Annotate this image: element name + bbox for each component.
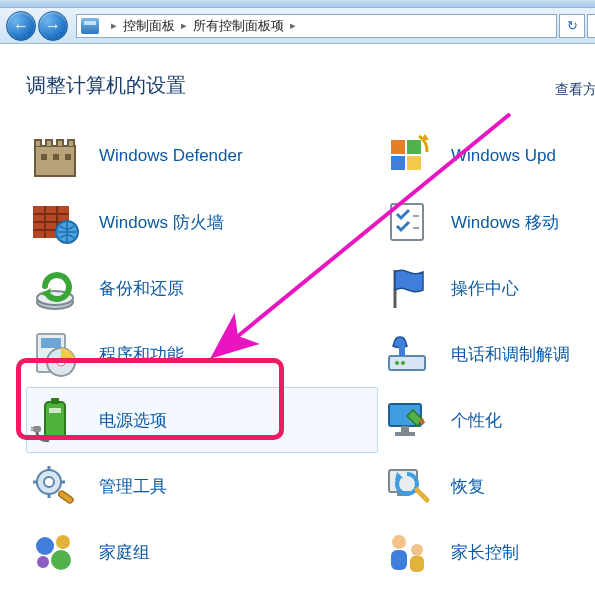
svg-rect-56 [410, 556, 424, 572]
item-windows-mobility[interactable]: Windows 移动 [378, 189, 578, 255]
svg-rect-37 [391, 156, 405, 170]
refresh-button[interactable]: ↻ [559, 14, 585, 38]
svg-point-55 [411, 544, 423, 556]
svg-rect-15 [41, 338, 61, 348]
svg-rect-0 [35, 146, 75, 176]
svg-rect-38 [407, 156, 421, 170]
page-title: 调整计算机的设置 [26, 72, 186, 99]
address-bar: ← → ▸ 控制面板 ▸ 所有控制面板项 ▸ ↻ [0, 8, 595, 44]
item-windows-update[interactable]: Windows Upd [378, 123, 578, 189]
svg-point-32 [56, 535, 70, 549]
breadcrumb-current[interactable]: 所有控制面板项 [193, 17, 284, 35]
item-label: 操作中心 [451, 277, 519, 300]
windows-update-icon [381, 130, 433, 182]
forward-button[interactable]: → [38, 11, 68, 41]
svg-rect-21 [33, 426, 41, 432]
cd-box-icon [29, 328, 81, 380]
item-recovery[interactable]: 恢复 [378, 453, 578, 519]
recovery-icon [381, 460, 433, 512]
svg-point-33 [51, 550, 71, 570]
flag-icon [381, 262, 433, 314]
item-backup-restore[interactable]: 备份和还原 [26, 255, 378, 321]
content-header: 调整计算机的设置 查看方 [0, 44, 595, 117]
svg-rect-4 [65, 154, 71, 160]
item-label: Windows 移动 [451, 211, 559, 234]
item-label: Windows Upd [451, 146, 556, 166]
svg-rect-22 [31, 427, 33, 429]
item-label: Windows Defender [99, 146, 243, 166]
item-parental-controls[interactable]: 家长控制 [378, 519, 578, 585]
svg-rect-35 [391, 140, 405, 154]
svg-rect-46 [399, 346, 405, 356]
item-label: 备份和还原 [99, 277, 184, 300]
item-label: 电话和调制解调 [451, 343, 570, 366]
view-by-label[interactable]: 查看方 [555, 81, 595, 99]
svg-rect-19 [51, 398, 59, 404]
homegroup-icon [29, 526, 81, 578]
svg-point-34 [37, 556, 49, 568]
svg-rect-54 [391, 550, 407, 570]
svg-rect-3 [53, 154, 59, 160]
svg-rect-30 [58, 490, 75, 504]
svg-rect-20 [49, 408, 61, 413]
arrow-right-icon: → [45, 17, 61, 35]
brick-wall-globe-icon [29, 196, 81, 248]
item-power-options[interactable]: 电源选项 [26, 387, 378, 453]
item-label: 家庭组 [99, 541, 150, 564]
people-icon [381, 526, 433, 578]
svg-rect-51 [389, 470, 417, 492]
svg-rect-2 [41, 154, 47, 160]
refresh-icon: ↻ [567, 18, 578, 33]
item-personalization[interactable]: 个性化 [378, 387, 578, 453]
items-column-right: Windows Upd Windows 移动 操作中心 电话和调制解调 个性化 [378, 123, 578, 585]
items-column-left: Windows Defender Windows 防火墙 备份和还原 程序和功能 [26, 123, 378, 585]
item-programs-features[interactable]: 程序和功能 [26, 321, 378, 387]
svg-rect-43 [389, 356, 425, 370]
item-label: 电源选项 [99, 409, 167, 432]
svg-point-53 [392, 535, 406, 549]
castle-wall-icon [29, 130, 81, 182]
svg-point-25 [44, 477, 54, 487]
svg-rect-48 [401, 426, 409, 432]
search-box-edge[interactable] [587, 14, 595, 38]
breadcrumb-sep-icon: ▸ [181, 19, 187, 32]
window-top-edge [0, 0, 595, 8]
breadcrumb-sep-icon: ▸ [111, 19, 117, 32]
item-label: 个性化 [451, 409, 502, 432]
svg-point-44 [395, 361, 399, 365]
svg-rect-23 [31, 430, 33, 432]
item-windows-defender[interactable]: Windows Defender [26, 123, 378, 189]
item-windows-firewall[interactable]: Windows 防火墙 [26, 189, 378, 255]
item-label: 家长控制 [451, 541, 519, 564]
breadcrumb-root[interactable]: 控制面板 [123, 17, 175, 35]
item-phone-modem[interactable]: 电话和调制解调 [378, 321, 578, 387]
svg-point-45 [401, 361, 405, 365]
item-action-center[interactable]: 操作中心 [378, 255, 578, 321]
checklist-icon [381, 196, 433, 248]
control-panel-items: Windows Defender Windows 防火墙 备份和还原 程序和功能 [0, 117, 595, 585]
svg-point-31 [36, 537, 54, 555]
item-homegroup[interactable]: 家庭组 [26, 519, 378, 585]
svg-rect-49 [395, 432, 415, 436]
arrow-left-icon: ← [13, 17, 29, 35]
phone-modem-icon [381, 328, 433, 380]
item-label: 恢复 [451, 475, 485, 498]
item-label: Windows 防火墙 [99, 211, 224, 234]
breadcrumb[interactable]: ▸ 控制面板 ▸ 所有控制面板项 ▸ [76, 14, 557, 38]
item-label: 管理工具 [99, 475, 167, 498]
backup-restore-icon [29, 262, 81, 314]
back-button[interactable]: ← [6, 11, 36, 41]
gear-tools-icon [29, 460, 81, 512]
item-label: 程序和功能 [99, 343, 184, 366]
battery-plug-icon [29, 394, 81, 446]
item-admin-tools[interactable]: 管理工具 [26, 453, 378, 519]
monitor-paint-icon [381, 394, 433, 446]
svg-rect-18 [45, 402, 65, 438]
breadcrumb-sep-icon: ▸ [290, 19, 296, 32]
control-panel-icon [81, 18, 99, 34]
svg-rect-36 [407, 140, 421, 154]
